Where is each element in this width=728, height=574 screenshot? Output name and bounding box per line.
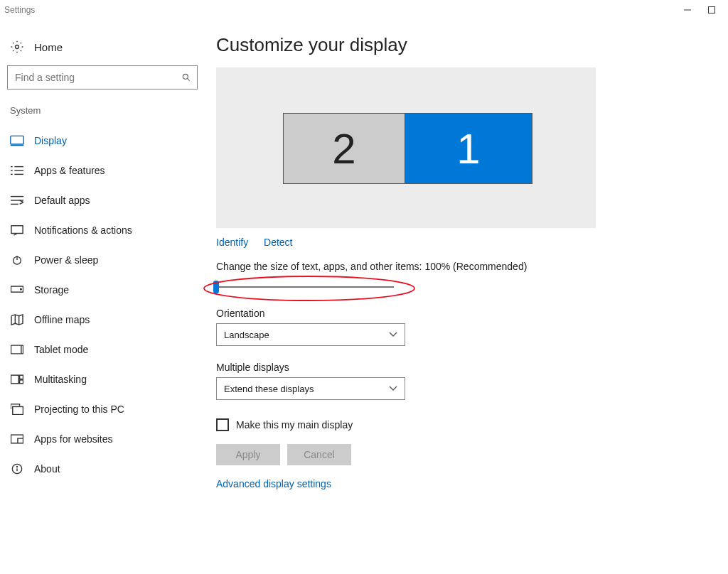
orientation-select[interactable]: Landscape — [216, 323, 405, 346]
detect-link[interactable]: Detect — [264, 237, 292, 248]
svg-line-4 — [187, 78, 189, 80]
sidebar: Home System Display — [0, 20, 205, 489]
section-label: System — [10, 105, 198, 116]
title-bar: Settings — [0, 0, 728, 20]
tablet-icon — [10, 342, 24, 357]
nav-list: Display Apps & features Default apps — [7, 126, 198, 484]
multi-displays-value: Extend these displays — [224, 384, 314, 394]
button-label: Apply — [235, 449, 260, 460]
search-box[interactable] — [7, 65, 198, 90]
list-icon — [10, 163, 24, 178]
nav-item-apps-websites[interactable]: Apps for websites — [7, 424, 198, 454]
multitask-icon — [10, 372, 24, 386]
orientation-label: Orientation — [216, 308, 728, 319]
display-arrangement[interactable]: 2 1 — [216, 67, 596, 228]
svg-rect-5 — [11, 136, 23, 144]
nav-item-apps-features[interactable]: Apps & features — [7, 156, 198, 185]
apps-websites-icon — [10, 432, 24, 446]
scale-label: Change the size of text, apps, and other… — [216, 261, 728, 272]
nav-label: Storage — [34, 284, 69, 296]
nav-item-display[interactable]: Display — [7, 126, 198, 156]
svg-point-3 — [183, 74, 188, 79]
maps-icon — [10, 313, 24, 327]
svg-point-2 — [16, 45, 19, 49]
nav-label: About — [34, 463, 60, 475]
svg-point-21 — [21, 288, 22, 290]
svg-rect-28 — [20, 380, 23, 384]
orientation-value: Landscape — [224, 330, 269, 340]
slider-thumb[interactable] — [213, 281, 219, 293]
checkbox-box[interactable] — [216, 418, 229, 431]
notifications-icon — [10, 223, 24, 237]
cancel-button[interactable]: Cancel — [287, 444, 351, 465]
maximize-button[interactable] — [700, 1, 724, 18]
svg-rect-29 — [13, 406, 23, 414]
chevron-down-icon — [389, 332, 397, 337]
search-icon — [181, 72, 191, 82]
nav-label: Projecting to this PC — [34, 404, 124, 415]
checkbox-label: Make this my main display — [236, 419, 353, 430]
nav-item-default-apps[interactable]: Default apps — [7, 185, 198, 215]
main-content: Customize your display 2 1 Identify Dete… — [205, 20, 728, 489]
main-display-checkbox[interactable]: Make this my main display — [216, 418, 728, 431]
multi-displays-label: Multiple displays — [216, 362, 728, 373]
svg-point-33 — [16, 466, 17, 467]
monitor-1[interactable]: 1 — [405, 113, 532, 184]
nav-item-projecting[interactable]: Projecting to this PC — [7, 394, 198, 424]
svg-point-34 — [204, 276, 414, 300]
svg-rect-1 — [709, 7, 715, 13]
monitor-number: 2 — [332, 124, 355, 173]
nav-item-tablet-mode[interactable]: Tablet mode — [7, 335, 198, 364]
nav-label: Default apps — [34, 195, 90, 206]
button-label: Cancel — [304, 449, 335, 460]
chevron-down-icon — [389, 386, 397, 391]
nav-label: Notifications & actions — [34, 224, 132, 236]
nav-item-about[interactable]: About — [7, 454, 198, 484]
slider-track — [216, 286, 394, 288]
nav-item-multitasking[interactable]: Multitasking — [7, 364, 198, 394]
window-title: Settings — [4, 5, 35, 15]
advanced-settings-link[interactable]: Advanced display settings — [216, 478, 331, 489]
nav-item-storage[interactable]: Storage — [7, 275, 198, 305]
nav-item-notifications[interactable]: Notifications & actions — [7, 215, 198, 245]
svg-rect-30 — [11, 435, 23, 443]
svg-rect-27 — [20, 375, 23, 379]
minimize-button[interactable] — [675, 1, 700, 18]
nav-label: Offline maps — [34, 314, 90, 325]
nav-label: Apps for websites — [34, 433, 113, 445]
annotation-ellipse — [199, 275, 419, 305]
gear-icon — [10, 40, 24, 54]
nav-label: Tablet mode — [34, 344, 88, 355]
scale-slider[interactable] — [199, 275, 419, 300]
home-button[interactable]: Home — [7, 37, 198, 65]
monitor-number: 1 — [456, 124, 480, 173]
nav-label: Display — [34, 135, 67, 146]
display-icon — [10, 134, 24, 148]
projecting-icon — [10, 402, 24, 416]
storage-icon — [10, 283, 24, 297]
svg-rect-16 — [11, 226, 23, 234]
page-title: Customize your display — [216, 34, 728, 56]
apply-button[interactable]: Apply — [216, 444, 280, 465]
home-label: Home — [34, 41, 63, 53]
nav-item-offline-maps[interactable]: Offline maps — [7, 305, 198, 335]
nav-item-power-sleep[interactable]: Power & sleep — [7, 245, 198, 275]
nav-label: Multitasking — [34, 374, 87, 385]
defaults-icon — [10, 193, 24, 207]
monitor-2[interactable]: 2 — [283, 113, 405, 184]
nav-label: Apps & features — [34, 165, 105, 176]
power-icon — [10, 253, 24, 267]
multi-displays-select[interactable]: Extend these displays — [216, 377, 405, 400]
nav-label: Power & sleep — [34, 254, 98, 266]
about-icon — [10, 462, 24, 476]
identify-link[interactable]: Identify — [216, 237, 248, 248]
search-input[interactable] — [14, 71, 181, 84]
svg-rect-26 — [11, 375, 18, 384]
